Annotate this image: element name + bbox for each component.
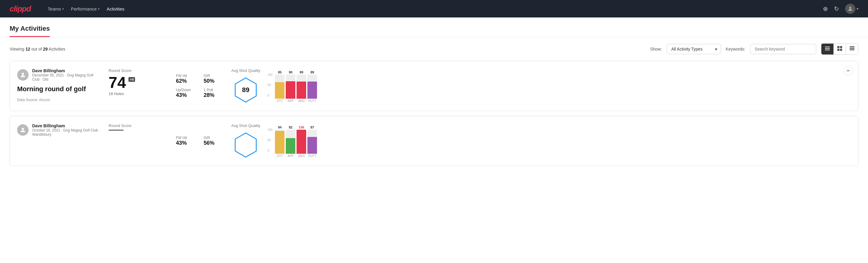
bar-fill-app xyxy=(286,81,296,99)
gir-value-2: 56% xyxy=(204,140,224,146)
fw-hit-value: 62% xyxy=(176,78,196,84)
user-date: December 05, 2021 · Gog Magog Golf Club … xyxy=(32,73,101,82)
fw-hit-label-2: FW Hit xyxy=(176,136,196,140)
data-source: Data Source: Arccos xyxy=(17,98,101,102)
logo[interactable]: clippd xyxy=(10,4,31,13)
user-date-2: October 16, 2021 · Gog Magog Golf Club ·… xyxy=(32,128,101,137)
y-label-100: 100 xyxy=(268,73,273,77)
avatar-chevron-icon: ▾ xyxy=(857,7,858,11)
y-label-50: 50 xyxy=(268,83,273,87)
svg-rect-3 xyxy=(825,50,830,50)
svg-point-13 xyxy=(22,128,24,130)
bar-chart: 100 50 0 85 OTT 90 xyxy=(268,69,317,103)
svg-rect-7 xyxy=(840,49,842,51)
teams-chevron-icon: ▾ xyxy=(62,7,64,10)
hexagon-shape: 89 xyxy=(232,77,259,104)
user-row-2: Dave Billingham October 16, 2021 · Gog M… xyxy=(17,123,101,137)
bar-label-app: APP xyxy=(287,99,293,103)
filter-bar: Viewing 12 out of 29 Activities Show: Al… xyxy=(0,37,868,61)
view-list-dense-button[interactable] xyxy=(822,43,834,55)
avatar-2 xyxy=(17,124,29,136)
nav-performance[interactable]: Performance ▾ xyxy=(69,5,102,12)
shot-quality-section-2: Avg Shot Quality 100 50 0 94 xyxy=(231,123,851,158)
one-putt-stat: 1 Putt 28% xyxy=(204,88,224,98)
nav-teams[interactable]: Teams ▾ xyxy=(45,5,66,12)
edit-button[interactable]: ✏ xyxy=(844,66,853,76)
nav-activities[interactable]: Activities xyxy=(104,5,127,12)
y-axis-2: 100 50 0 xyxy=(268,128,273,152)
bar-label-arg: ARG xyxy=(298,99,305,103)
quality-left-2: Avg Shot Quality xyxy=(231,123,260,158)
bar-group-ott-2: 94 OTT xyxy=(275,125,284,158)
stats-grid: FW Hit 62% GIR 50% Up/Down 43% 1 Putt 28… xyxy=(176,74,224,98)
bar-container-putt xyxy=(307,75,317,99)
bar-fill-putt xyxy=(307,82,317,99)
bar-container-app xyxy=(286,75,296,99)
svg-rect-6 xyxy=(837,49,839,51)
avg-shot-quality-label: Avg Shot Quality xyxy=(231,68,260,73)
activities-list: ✏ Dave Billingham December 05, 2021 · Go… xyxy=(0,61,868,176)
one-putt-label: 1 Putt xyxy=(204,88,224,92)
avatar[interactable] xyxy=(845,4,856,14)
keyword-search-input[interactable] xyxy=(750,44,816,54)
bar-value-arg: 89 xyxy=(300,70,303,74)
view-list-button[interactable] xyxy=(846,43,858,55)
bar-group-app-2: 82 APP xyxy=(286,125,296,158)
svg-rect-10 xyxy=(850,49,855,50)
holes-text: 18 Holes xyxy=(108,91,169,96)
avatar xyxy=(17,69,29,81)
page-title: My Activities xyxy=(10,25,50,37)
user-name-2: Dave Billingham xyxy=(32,123,101,128)
round-score-label: Round Score xyxy=(108,68,169,73)
bar-container-arg xyxy=(297,75,306,99)
svg-rect-1 xyxy=(825,47,830,47)
score-placeholder xyxy=(108,130,124,130)
user-name: Dave Billingham xyxy=(32,68,101,73)
bar-fill-ott xyxy=(275,82,284,98)
user-info-2: Dave Billingham October 16, 2021 · Gog M… xyxy=(32,123,101,137)
bar-group-putt-2: 87 PUTT xyxy=(307,125,317,158)
one-putt-value: 28% xyxy=(204,92,224,98)
score-badge: +4 xyxy=(128,77,135,82)
main-header: clippd Teams ▾ Performance ▾ Activities … xyxy=(0,0,868,18)
bar-fill-arg xyxy=(297,82,306,99)
fw-hit-stat-2: FW Hit 43% xyxy=(176,136,196,146)
round-score-row-2 xyxy=(108,130,169,130)
svg-rect-5 xyxy=(840,46,842,48)
add-icon[interactable]: ⊕ xyxy=(823,5,828,12)
header-right: ⊕ ↻ ▾ xyxy=(823,4,858,14)
gir-stat: GIR 50% xyxy=(204,74,224,84)
gir-stat-2: GIR 56% xyxy=(204,136,224,146)
fw-hit-value-2: 43% xyxy=(176,140,196,146)
bar-group-ott: 85 OTT xyxy=(275,70,284,103)
refresh-icon[interactable]: ↻ xyxy=(834,5,839,12)
activity-type-select-wrapper: All Activity Types xyxy=(667,44,721,54)
fw-hit-label: FW Hit xyxy=(176,74,196,78)
bar-value-app: 90 xyxy=(289,70,292,74)
keywords-label: Keywords: xyxy=(726,47,745,52)
round-score-label-2: Round Score xyxy=(108,123,169,128)
activity-card-2: Dave Billingham October 16, 2021 · Gog M… xyxy=(10,116,858,166)
page-content: My Activities Viewing 12 out of 29 Activ… xyxy=(0,18,868,263)
svg-point-11 xyxy=(22,73,24,75)
performance-chevron-icon: ▾ xyxy=(98,7,99,10)
bar-group-app: 90 APP xyxy=(286,70,296,103)
svg-rect-8 xyxy=(850,46,855,47)
shot-quality-section: Avg Shot Quality 89 100 50 0 xyxy=(231,68,851,104)
score-number: 74 xyxy=(108,75,126,90)
user-menu[interactable]: ▾ xyxy=(845,4,858,14)
updown-stat: Up/Down 43% xyxy=(176,88,196,98)
svg-marker-14 xyxy=(235,133,256,157)
card-left: Dave Billingham December 05, 2021 · Gog … xyxy=(17,68,101,102)
avg-shot-quality-label-2: Avg Shot Quality xyxy=(231,123,260,128)
view-grid-button[interactable] xyxy=(834,43,846,55)
card-left-2: Dave Billingham October 16, 2021 · Gog M… xyxy=(17,123,101,140)
gir-value: 50% xyxy=(204,78,224,84)
main-nav: Teams ▾ Performance ▾ Activities xyxy=(45,5,127,12)
activity-type-select[interactable]: All Activity Types xyxy=(667,44,721,54)
bar-chart-2: 100 50 0 94 OTT 82 xyxy=(268,124,317,158)
activity-card: ✏ Dave Billingham December 05, 2021 · Go… xyxy=(10,61,858,111)
updown-value: 43% xyxy=(176,92,196,98)
bar-group-arg: 89 ARG xyxy=(297,70,306,103)
bar-value-ott: 85 xyxy=(278,70,281,74)
